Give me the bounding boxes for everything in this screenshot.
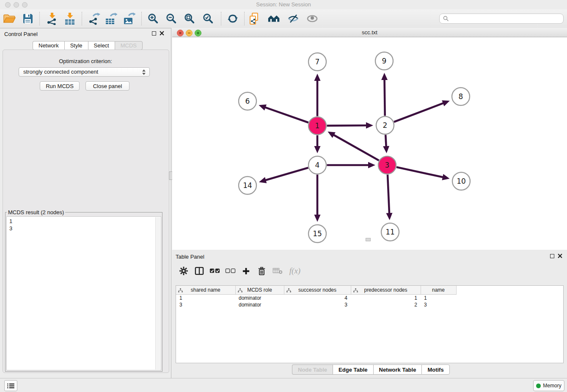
graph-edge-3-1[interactable]: [333, 135, 379, 160]
table-row[interactable]: 3 dominator 3 2 3: [176, 301, 456, 308]
tab-node-table[interactable]: Node Table: [292, 364, 333, 375]
cell-shared-name[interactable]: 3: [176, 301, 235, 308]
zoom-fit-icon[interactable]: [182, 11, 197, 27]
tab-network-table[interactable]: Network Table: [373, 364, 422, 375]
network-splitter-handle[interactable]: [366, 238, 371, 241]
tab-style[interactable]: Style: [64, 41, 88, 50]
run-mcds-button[interactable]: Run MCDS: [40, 81, 80, 91]
column-header-predecessor-nodes[interactable]: predecessor nodes: [351, 286, 421, 295]
column-header-name[interactable]: name: [421, 286, 456, 295]
close-panel-icon[interactable]: [160, 31, 164, 36]
edge-arrow-icon: [383, 146, 389, 153]
close-table-panel-icon[interactable]: [558, 254, 562, 258]
graph-edge-1-2[interactable]: [327, 125, 367, 126]
control-panel-title: Control Panel: [4, 31, 38, 37]
node-table[interactable]: shared name MCDS role successor nodes pr…: [176, 285, 564, 363]
mcds-result-list[interactable]: 1 3: [6, 216, 161, 370]
zoom-network-icon[interactable]: [195, 30, 201, 36]
optimization-criterion-select[interactable]: strongly connected component: [19, 67, 150, 77]
cell-mcds-role[interactable]: dominator: [235, 301, 284, 308]
application-window: { "window": { "title": "Session: New Ses…: [0, 0, 567, 392]
control-panel: Control Panel Network Style Select MCDS …: [0, 28, 171, 378]
search-field[interactable]: [439, 14, 564, 24]
edge-arrow-icon: [386, 213, 393, 220]
zoom-out-icon[interactable]: [164, 11, 179, 27]
deselect-all-icon[interactable]: [223, 263, 238, 279]
refresh-layout-icon[interactable]: [225, 11, 240, 27]
close-panel-button[interactable]: Close panel: [85, 81, 129, 91]
result-scrollbar[interactable]: [155, 217, 160, 370]
show-hidden-icon[interactable]: [305, 11, 320, 27]
graph-edge-1-6[interactable]: [264, 107, 308, 123]
tab-mcds[interactable]: MCDS: [115, 41, 143, 50]
table-panel: Table Panel f(x): [172, 250, 567, 378]
export-table-icon[interactable]: [103, 11, 118, 27]
edge-arrow-icon: [314, 74, 321, 81]
import-table-icon[interactable]: [62, 11, 77, 27]
network-window-titlebar: scc.txt: [172, 28, 567, 37]
cell-successor-nodes[interactable]: 3: [284, 301, 351, 308]
graph-edge-2-3[interactable]: [385, 135, 386, 147]
edge-arrow-icon: [259, 105, 267, 110]
delete-column-icon[interactable]: [254, 263, 270, 279]
graph-edge-4-14[interactable]: [264, 168, 308, 180]
memory-status-icon: [536, 384, 541, 388]
network-window-title: scc.txt: [172, 28, 567, 37]
network-canvas[interactable]: 7968124314101511: [172, 37, 567, 250]
import-network-icon[interactable]: [44, 11, 60, 27]
zoom-in-icon[interactable]: [146, 11, 161, 27]
node-label: 14: [243, 181, 252, 190]
save-session-icon[interactable]: [20, 11, 36, 27]
search-icon: [443, 16, 449, 22]
graph-edge-3-11[interactable]: [388, 174, 389, 214]
cell-successor-nodes[interactable]: 4: [284, 295, 351, 302]
cell-predecessor-nodes[interactable]: 2: [351, 301, 421, 308]
optimization-criterion-label: Optimization criterion:: [0, 58, 171, 64]
float-table-panel-icon[interactable]: [550, 254, 554, 258]
tab-edge-table[interactable]: Edge Table: [333, 364, 373, 375]
table-row[interactable]: 1 dominator 4 1 1: [176, 295, 456, 302]
cell-name[interactable]: 3: [421, 301, 456, 308]
minimize-network-icon[interactable]: [186, 30, 193, 36]
show-all-networks-icon[interactable]: [267, 11, 282, 27]
tab-select[interactable]: Select: [88, 41, 115, 50]
zoom-selected-icon[interactable]: [201, 11, 216, 27]
export-image-icon[interactable]: [121, 11, 137, 27]
column-header-successor-nodes[interactable]: successor nodes: [284, 286, 351, 295]
column-header-shared-name[interactable]: shared name: [176, 286, 235, 295]
float-panel-icon[interactable]: [152, 31, 156, 36]
edge-arrow-icon: [381, 73, 388, 80]
memory-button[interactable]: Memory: [533, 380, 564, 391]
graph-edge-2-9[interactable]: [385, 79, 385, 116]
close-window-icon[interactable]: [5, 2, 11, 8]
column-header-mcds-role[interactable]: MCDS role: [235, 286, 284, 295]
tab-motifs[interactable]: Motifs: [421, 364, 449, 375]
clone-network-icon[interactable]: [246, 11, 261, 27]
cell-name[interactable]: 1: [421, 295, 456, 302]
cell-shared-name[interactable]: 1: [176, 295, 235, 302]
node-label: 4: [315, 161, 320, 169]
network-view-window: scc.txt 7968124314101511: [172, 28, 567, 250]
table-toolbar: f(x): [176, 262, 564, 280]
hide-selected-icon[interactable]: [286, 11, 301, 27]
mcds-result-line: 3: [9, 225, 161, 232]
column-view-icon[interactable]: [191, 263, 207, 279]
add-column-icon[interactable]: [238, 263, 254, 279]
minimize-window-icon[interactable]: [14, 2, 19, 8]
cell-predecessor-nodes[interactable]: 1: [351, 295, 421, 302]
zoom-window-icon[interactable]: [22, 2, 28, 8]
optimization-criterion-value: strongly connected component: [23, 69, 98, 75]
tab-network[interactable]: Network: [33, 41, 64, 50]
fx-label: f(x): [289, 266, 300, 276]
close-network-icon[interactable]: [177, 30, 184, 36]
task-history-button[interactable]: [4, 380, 17, 391]
graph-edge-2-8[interactable]: [394, 103, 444, 122]
settings-gear-icon[interactable]: [176, 263, 191, 279]
cell-mcds-role[interactable]: dominator: [235, 295, 284, 302]
open-session-icon[interactable]: [2, 11, 17, 27]
select-all-icon[interactable]: [207, 263, 223, 279]
graph-edge-3-10[interactable]: [396, 167, 444, 177]
search-input[interactable]: [451, 14, 563, 23]
edge-arrow-icon: [366, 122, 373, 129]
export-network-icon[interactable]: [87, 11, 102, 27]
